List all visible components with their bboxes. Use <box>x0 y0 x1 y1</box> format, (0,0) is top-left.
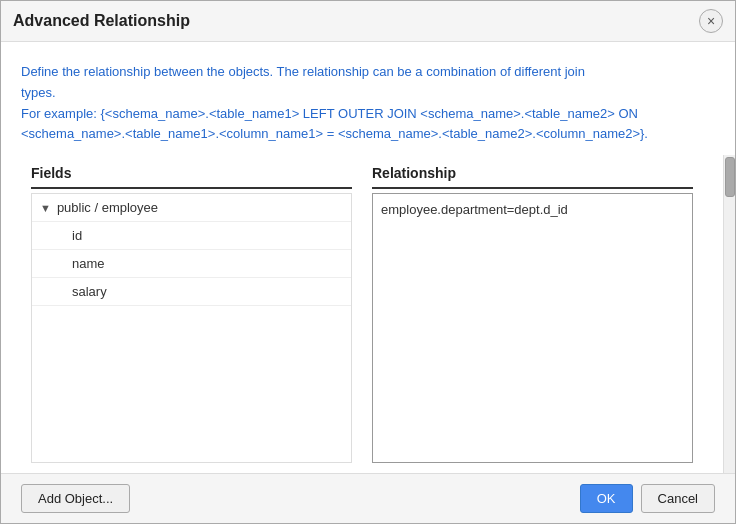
tree-label-name: name <box>72 256 105 271</box>
add-object-button[interactable]: Add Object... <box>21 484 130 513</box>
fields-panel-title: Fields <box>31 165 352 189</box>
dialog-body: Define the relationship between the obje… <box>1 42 735 473</box>
relationship-input[interactable] <box>372 193 693 463</box>
desc-example-code: {<schema_name>.<table_name1> LEFT OUTER … <box>21 106 648 142</box>
footer-left: Add Object... <box>21 484 130 513</box>
fields-panel: Fields ▼ public / employee id <box>31 165 352 463</box>
description-text: Define the relationship between the obje… <box>21 62 715 145</box>
dialog-header: Advanced Relationship × <box>1 1 735 42</box>
fields-list[interactable]: ▼ public / employee id name <box>31 193 352 463</box>
tree-item-id[interactable]: id <box>32 222 351 250</box>
footer-right: OK Cancel <box>580 484 715 513</box>
dialog-footer: Add Object... OK Cancel <box>1 473 735 523</box>
tree-label-employee: public / employee <box>57 200 158 215</box>
desc-example-label: For example: <box>21 106 100 121</box>
content-area: Fields ▼ public / employee id <box>1 155 735 473</box>
desc-line2: types. <box>21 85 56 100</box>
tree-item-name[interactable]: name <box>32 250 351 278</box>
description-section: Define the relationship between the obje… <box>1 42 735 155</box>
relationship-panel: Relationship <box>372 165 693 463</box>
tree-item-salary[interactable]: salary <box>32 278 351 306</box>
desc-line1: Define the relationship between the obje… <box>21 64 585 79</box>
close-button[interactable]: × <box>699 9 723 33</box>
advanced-relationship-dialog: Advanced Relationship × Define the relat… <box>0 0 736 524</box>
ok-button[interactable]: OK <box>580 484 633 513</box>
tree-label-salary: salary <box>72 284 107 299</box>
relationship-panel-title: Relationship <box>372 165 693 189</box>
cancel-button[interactable]: Cancel <box>641 484 715 513</box>
dialog-title: Advanced Relationship <box>13 12 190 30</box>
content-inner: Fields ▼ public / employee id <box>1 155 723 473</box>
scrollbar-thumb[interactable] <box>725 157 735 197</box>
main-panels: Fields ▼ public / employee id <box>11 155 713 473</box>
tree-item-employee[interactable]: ▼ public / employee <box>32 194 351 222</box>
scrollbar-track[interactable] <box>723 155 735 473</box>
tree-label-id: id <box>72 228 82 243</box>
tree-arrow-employee: ▼ <box>40 202 51 214</box>
